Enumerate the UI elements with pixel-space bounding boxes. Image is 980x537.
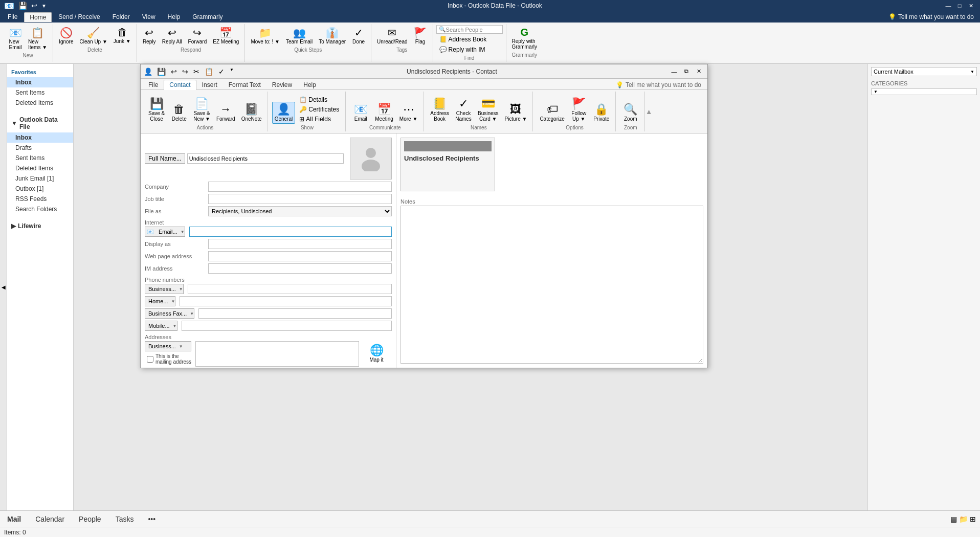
more-btn[interactable]: ⋯ More ▼ — [397, 102, 420, 124]
check-names-btn[interactable]: ✓ CheckNames — [453, 96, 474, 124]
tab-help[interactable]: Help — [162, 12, 186, 22]
outlook-quick-save[interactable]: 💾 — [18, 2, 27, 10]
dialog-tab-review[interactable]: Review — [266, 80, 298, 90]
meeting-btn[interactable]: 📅 EZ Meeting — [210, 25, 241, 46]
picture-btn[interactable]: 🖼 Picture ▼ — [502, 102, 530, 124]
maximize-btn[interactable]: □ — [954, 1, 965, 11]
map-it-btn[interactable]: 🌐 Map it — [361, 341, 392, 365]
dialog-undo-icon[interactable]: ↩ — [169, 67, 179, 76]
outlook-quick-undo[interactable]: ↩ — [31, 2, 37, 10]
reply-with-im-btn[interactable]: 💬 Reply with IM — [436, 45, 503, 54]
categorize-btn[interactable]: 🏷 Categorize — [537, 102, 567, 124]
email-btn[interactable]: Email... — [155, 227, 181, 236]
current-mailbox-select[interactable]: Current Mailbox ▼ — [871, 67, 977, 76]
sidebar-item-sent-fav[interactable]: Sent Items — [7, 87, 73, 98]
save-new-btn[interactable]: 📄 Save &New ▼ — [191, 96, 213, 124]
team-email-btn[interactable]: 👥 Team Email — [283, 25, 315, 46]
im-input[interactable] — [208, 263, 392, 274]
details-btn[interactable]: 📋 Details — [296, 95, 342, 104]
ignore-btn[interactable]: 🚫 Ignore — [56, 25, 76, 46]
tab-file[interactable]: File — [2, 12, 23, 22]
dialog-close-btn[interactable]: ✕ — [693, 66, 704, 77]
tab-folder[interactable]: Folder — [107, 12, 136, 22]
dialog-delete-btn[interactable]: 🗑 Delete — [168, 102, 190, 124]
nav-calendar[interactable]: Calendar — [32, 513, 68, 525]
sidebar-item-drafts[interactable]: Drafts — [7, 143, 73, 153]
tab-view[interactable]: View — [137, 12, 161, 22]
bizfax-input[interactable] — [198, 308, 392, 319]
dialog-tab-contact[interactable]: Contact — [164, 80, 196, 90]
ribbon-collapse-arrow[interactable]: ▲ — [646, 92, 652, 131]
categories-filter[interactable]: ▼ — [871, 88, 977, 95]
address-textarea[interactable] — [195, 341, 359, 367]
sidebar-item-inbox-fav[interactable]: Inbox — [7, 77, 73, 87]
contact-meeting-btn[interactable]: 📅 Meeting — [372, 102, 396, 124]
search-people-box[interactable]: 🔍 — [436, 25, 503, 34]
reply-all-btn[interactable]: ↩ Reply All — [160, 25, 185, 46]
home-phone-input[interactable] — [180, 296, 392, 306]
minimize-btn[interactable]: — — [943, 1, 953, 11]
dialog-tell-me[interactable]: 💡 Tell me what you want to do — [612, 80, 705, 90]
notes-textarea[interactable] — [400, 206, 703, 364]
onenote-btn[interactable]: 📓 OneNote — [239, 102, 264, 124]
business-phone-btn[interactable]: Business... — [145, 284, 179, 294]
general-btn[interactable]: 👤 General — [272, 102, 296, 124]
jobtitle-input[interactable] — [208, 194, 392, 204]
forward-btn[interactable]: ↪ Forward — [186, 25, 210, 46]
mailing-checkbox[interactable] — [147, 356, 153, 363]
dialog-minimize-btn[interactable]: — — [669, 66, 680, 77]
address-btn[interactable]: Business... — [145, 342, 179, 351]
sidebar-item-rss[interactable]: RSS Feeds — [7, 194, 73, 204]
dialog-save-icon[interactable]: 💾 — [155, 67, 167, 76]
tab-home[interactable]: Home — [24, 12, 52, 22]
bizfax-arrow[interactable]: ▼ — [190, 311, 194, 316]
grammarly-btn[interactable]: G Reply withGrammarly — [509, 25, 540, 51]
flag-btn[interactable]: 🚩 Flag — [411, 25, 430, 46]
sidebar-item-sent[interactable]: Sent Items — [7, 153, 73, 163]
certificates-btn[interactable]: 🔑 Certificates — [296, 105, 342, 114]
zoom-btn[interactable]: 🔍 Zoom — [620, 102, 641, 124]
new-items-btn[interactable]: 📋 NewItems ▼ — [26, 25, 50, 52]
sidebar-lifewire-header[interactable]: ▶ Lifewire — [7, 220, 73, 232]
nav-people[interactable]: People — [76, 513, 104, 525]
company-input[interactable] — [208, 182, 392, 192]
nav-more[interactable]: ••• — [145, 513, 159, 525]
home-phone-btn[interactable]: Home... — [145, 297, 171, 306]
fullname-input[interactable] — [187, 153, 344, 164]
cleanup-btn[interactable]: 🧹 Clean Up ▼ — [77, 25, 109, 46]
reply-btn[interactable]: ↩ Reply — [140, 25, 159, 46]
email-dropdown-arrow[interactable]: ▼ — [181, 230, 185, 234]
sidebar-item-search[interactable]: Search Folders — [7, 204, 73, 214]
sidebar-item-outbox[interactable]: Outbox [1] — [7, 184, 73, 194]
dialog-tab-help[interactable]: Help — [298, 80, 322, 90]
home-phone-arrow[interactable]: ▼ — [171, 299, 175, 304]
displayas-input[interactable] — [208, 239, 392, 249]
outlook-tell-me[interactable]: 💡 Tell me what you want to do — [884, 12, 978, 21]
dialog-paste-icon[interactable]: 📋 — [203, 67, 215, 76]
all-fields-btn[interactable]: ⊞ All Fields — [296, 115, 342, 124]
nav-tasks[interactable]: Tasks — [113, 513, 137, 525]
expand-icon[interactable]: ⊞ — [970, 515, 976, 523]
email-btn[interactable]: 📧 Email — [350, 102, 371, 124]
dialog-tab-insert[interactable]: Insert — [196, 80, 223, 90]
tab-grammarly[interactable]: Grammarly — [187, 12, 228, 22]
business-phone-arrow[interactable]: ▼ — [179, 287, 183, 292]
dialog-tab-format[interactable]: Format Text — [223, 80, 266, 90]
sidebar-collapse-btn[interactable]: ◀ — [0, 64, 7, 510]
junk-btn[interactable]: 🗑 Junk ▼ — [111, 25, 133, 46]
folder-icon[interactable]: 📁 — [959, 515, 968, 523]
sidebar-favorites-header[interactable]: Favorites — [7, 67, 73, 77]
save-close-btn[interactable]: 💾 Save &Close — [146, 96, 167, 124]
email-input[interactable] — [189, 227, 392, 237]
address-arrow[interactable]: ▼ — [179, 344, 183, 349]
done-btn[interactable]: ✓ Done — [349, 25, 368, 46]
private-btn[interactable]: 🔒 Private — [591, 102, 612, 124]
tomanager-btn[interactable]: 👔 To Manager — [316, 25, 348, 46]
unread-btn[interactable]: ✉ Unread/Read — [374, 25, 410, 46]
outlook-quick-dropdown[interactable]: ▼ — [41, 3, 47, 9]
sidebar-item-deleted[interactable]: Deleted Items — [7, 163, 73, 173]
reading-pane-icon[interactable]: ▤ — [950, 515, 957, 523]
dialog-redo-icon[interactable]: ↪ — [181, 67, 190, 76]
fullname-btn[interactable]: Full Name... — [145, 153, 185, 164]
mobile-btn[interactable]: Mobile... — [145, 321, 173, 330]
